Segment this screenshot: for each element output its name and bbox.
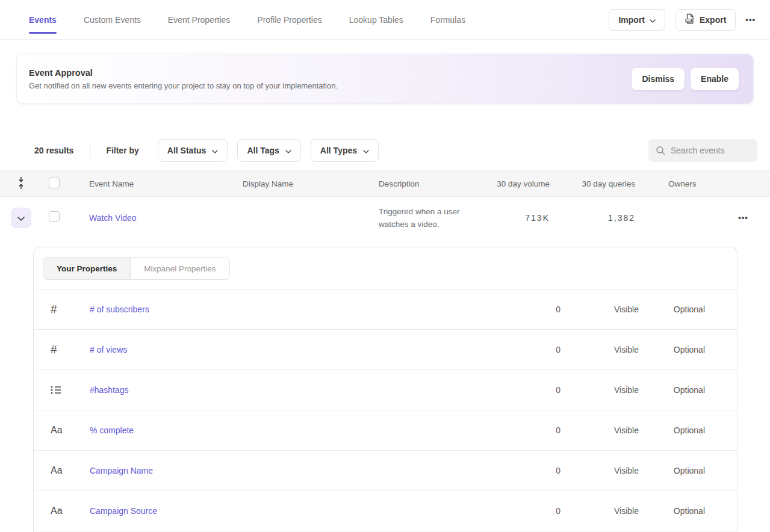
- chevron-down-icon: [650, 15, 656, 25]
- row-checkbox[interactable]: [49, 211, 60, 222]
- event-table-header: Event Name Display Name Description 30 d…: [0, 170, 770, 197]
- property-visibility: Visible: [614, 345, 639, 354]
- column-queries: 30 day queries: [582, 179, 639, 188]
- event-volume: 713K: [525, 213, 554, 223]
- property-visibility: Visible: [614, 466, 639, 475]
- text-type-icon: Aa: [51, 465, 90, 476]
- property-row: Aa Campaign Name 0 Visible Optional: [34, 451, 737, 491]
- property-queries: 0: [556, 385, 560, 395]
- banner-title: Event Approval: [29, 68, 338, 78]
- more-options-button[interactable]: •••: [745, 15, 756, 24]
- csv-file-icon: csv: [685, 13, 695, 26]
- lexicon-events-page: Events Custom Events Event Properties Pr…: [0, 0, 770, 532]
- tab-profile-properties[interactable]: Profile Properties: [257, 15, 321, 25]
- property-queries: 0: [556, 345, 560, 354]
- property-name-link[interactable]: % complete: [90, 425, 506, 435]
- property-row: Aa % complete 0 Visible Optional: [34, 410, 737, 451]
- banner-text: Event Approval Get notified on all new e…: [29, 68, 338, 90]
- property-row: #hashtags 0 Visible Optional: [34, 370, 737, 410]
- property-queries: 0: [556, 506, 560, 516]
- results-count: 20 results: [34, 146, 73, 155]
- column-event-name: Event Name: [89, 179, 243, 188]
- event-description: Triggered when a user watches a video.: [379, 205, 475, 230]
- property-visibility: Visible: [614, 385, 639, 395]
- collapse-row-button[interactable]: [11, 208, 31, 228]
- tab-formulas[interactable]: Formulas: [430, 15, 465, 25]
- status-filter-label: All Status: [167, 146, 206, 155]
- select-all-checkbox[interactable]: [49, 178, 60, 188]
- text-type-icon: Aa: [51, 506, 90, 516]
- export-button-label: Export: [700, 15, 726, 25]
- event-properties-panel: Your Properties Mixpanel Properties # # …: [33, 247, 737, 532]
- property-requirement: Optional: [674, 466, 705, 475]
- list-type-icon: [51, 385, 90, 395]
- nav-tabs: Events Custom Events Event Properties Pr…: [29, 15, 465, 25]
- banner-description: Get notified on all new events entering …: [29, 81, 338, 90]
- property-name-link[interactable]: #hashtags: [90, 385, 506, 395]
- tab-lookup-tables[interactable]: Lookup Tables: [349, 15, 403, 25]
- column-volume: 30 day volume: [497, 179, 554, 188]
- svg-text:csv: csv: [686, 19, 691, 22]
- column-display-name: Display Name: [243, 179, 379, 188]
- property-requirement: Optional: [674, 425, 705, 435]
- property-queries: 0: [556, 425, 560, 435]
- property-row: # # of subscribers 0 Visible Optional: [34, 289, 737, 330]
- property-name-link[interactable]: # of subscribers: [90, 305, 506, 314]
- text-type-icon: Aa: [51, 425, 90, 436]
- enable-button[interactable]: Enable: [691, 68, 739, 90]
- property-requirement: Optional: [674, 345, 705, 354]
- property-requirement: Optional: [674, 385, 705, 395]
- property-name-link[interactable]: # of views: [90, 345, 506, 354]
- property-visibility: Visible: [614, 425, 639, 435]
- chevron-down-icon: [363, 146, 369, 155]
- filter-bar: 20 results Filter by All Status All Tags…: [34, 139, 757, 162]
- property-requirement: Optional: [674, 506, 705, 516]
- number-type-icon: #: [51, 303, 90, 316]
- collapse-all-icon[interactable]: [17, 176, 25, 191]
- event-name-link[interactable]: Watch Video: [89, 213, 243, 223]
- event-queries: 1,382: [608, 213, 639, 223]
- tab-mixpanel-properties[interactable]: Mixpanel Properties: [131, 258, 229, 279]
- tab-your-properties[interactable]: Your Properties: [43, 258, 131, 279]
- chevron-down-icon: [17, 213, 25, 223]
- property-visibility: Visible: [614, 506, 639, 516]
- nav-actions: Import csv Export •••: [609, 9, 756, 31]
- column-description: Description: [379, 179, 494, 188]
- property-visibility: Visible: [614, 305, 639, 314]
- import-button-label: Import: [618, 15, 645, 25]
- property-name-link[interactable]: Campaign Name: [90, 466, 506, 475]
- export-button[interactable]: csv Export: [675, 9, 736, 31]
- top-navigation: Events Custom Events Event Properties Pr…: [0, 0, 770, 40]
- dismiss-button[interactable]: Dismiss: [632, 68, 685, 90]
- chevron-down-icon: [285, 146, 291, 155]
- property-row: Aa Campaign Source 0 Visible Optional: [34, 491, 737, 531]
- types-filter-dropdown[interactable]: All Types: [311, 139, 379, 162]
- row-more-options-button[interactable]: •••: [738, 213, 748, 222]
- chevron-down-icon: [212, 146, 218, 155]
- number-type-icon: #: [51, 343, 90, 356]
- property-queries: 0: [556, 305, 560, 314]
- event-row-watch-video: Watch Video Triggered when a user watche…: [0, 197, 770, 238]
- properties-tabs-bar: Your Properties Mixpanel Properties: [34, 247, 737, 289]
- properties-segmented-control: Your Properties Mixpanel Properties: [43, 257, 230, 280]
- status-filter-dropdown[interactable]: All Status: [158, 139, 228, 162]
- tags-filter-label: All Tags: [247, 146, 279, 155]
- search-box: [648, 139, 757, 162]
- banner-actions: Dismiss Enable: [632, 68, 739, 90]
- tab-event-properties[interactable]: Event Properties: [168, 15, 231, 25]
- property-row: # # of views 0 Visible Optional: [34, 330, 737, 370]
- divider: [90, 143, 90, 158]
- tags-filter-dropdown[interactable]: All Tags: [237, 139, 300, 162]
- types-filter-label: All Types: [320, 146, 357, 155]
- property-name-link[interactable]: Campaign Source: [90, 506, 506, 516]
- property-requirement: Optional: [674, 305, 705, 314]
- filter-by-label: Filter by: [106, 146, 138, 155]
- import-button[interactable]: Import: [609, 9, 665, 31]
- event-approval-banner: Event Approval Get notified on all new e…: [17, 54, 753, 104]
- property-queries: 0: [556, 466, 560, 475]
- tab-custom-events[interactable]: Custom Events: [84, 15, 141, 25]
- column-owners: Owners: [639, 179, 716, 188]
- tab-events[interactable]: Events: [29, 15, 57, 25]
